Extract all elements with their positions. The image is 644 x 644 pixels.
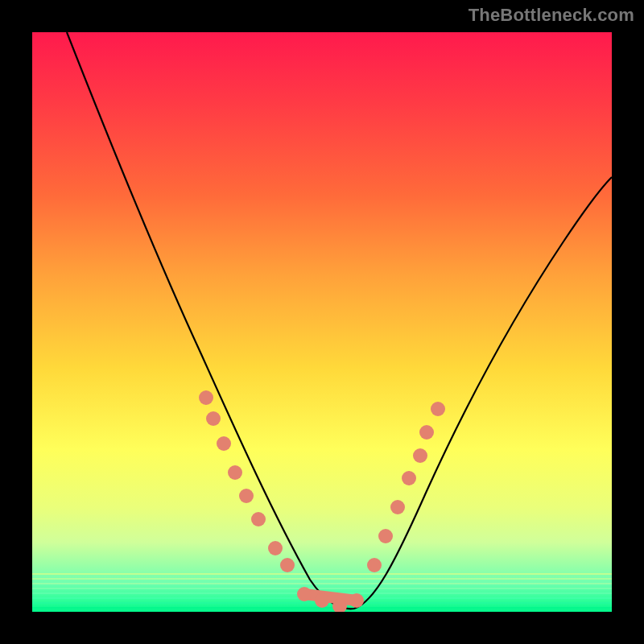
marker-dot bbox=[413, 448, 427, 463]
watermark-text: TheBottleneck.com bbox=[469, 5, 634, 26]
marker-dot bbox=[297, 587, 312, 601]
marker-dot bbox=[349, 593, 364, 608]
marker-dot bbox=[402, 471, 416, 485]
marker-dot bbox=[280, 558, 295, 572]
marker-dot bbox=[199, 390, 213, 405]
marker-dot bbox=[217, 436, 231, 451]
chart-svg bbox=[32, 32, 612, 612]
marker-dot bbox=[419, 425, 434, 440]
marker-dot bbox=[239, 489, 254, 503]
marker-dot bbox=[268, 541, 283, 555]
bottleneck-curve bbox=[67, 32, 612, 609]
marker-dot bbox=[378, 529, 393, 543]
marker-valley-line bbox=[304, 594, 357, 601]
marker-dot bbox=[206, 411, 221, 426]
marker-dot bbox=[390, 500, 405, 514]
marker-dot bbox=[367, 558, 382, 572]
marker-dot bbox=[251, 512, 266, 526]
marker-dot bbox=[315, 593, 329, 608]
chart-frame: TheBottleneck.com bbox=[0, 0, 644, 644]
marker-dot bbox=[228, 465, 242, 480]
marker-dot bbox=[431, 402, 445, 416]
plot-area bbox=[32, 32, 612, 612]
